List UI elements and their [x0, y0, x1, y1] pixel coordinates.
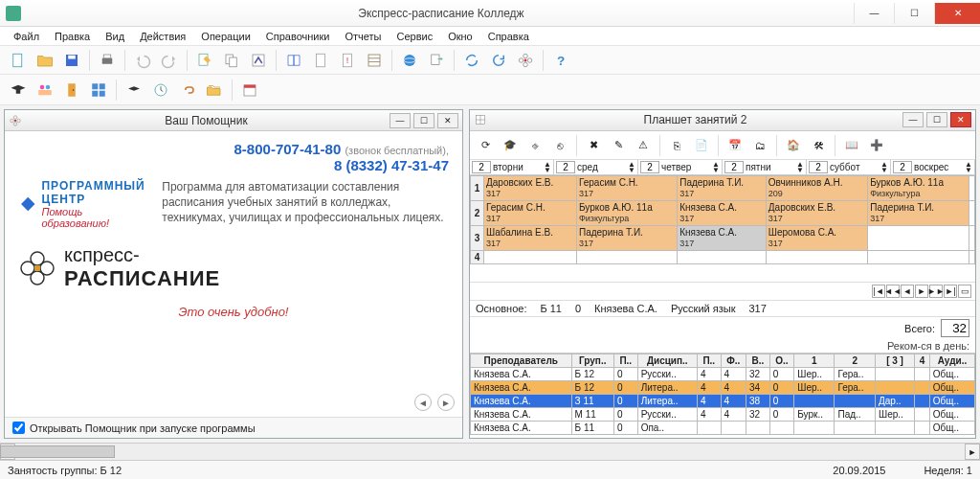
day-count-2[interactable] [640, 161, 659, 173]
table-header[interactable]: Дисцип.. [637, 354, 697, 368]
table-header[interactable]: П.. [613, 354, 637, 368]
edit-icon[interactable] [192, 48, 217, 73]
table-header[interactable]: П.. [697, 354, 721, 368]
table-header[interactable]: Ауди.. [929, 354, 974, 368]
table-header[interactable]: Преподаватель [471, 354, 572, 368]
schedule-cell[interactable] [969, 201, 975, 226]
tools-icon[interactable]: 🛠 [807, 134, 830, 157]
schedule-cell[interactable]: Герасим С.Н.317 [576, 176, 677, 201]
refresh-icon[interactable]: ⟳ [474, 134, 497, 157]
board-close[interactable]: ✕ [950, 112, 971, 127]
day-col-0[interactable]: вторни▲▼ [470, 160, 554, 174]
door-exit-icon[interactable]: ⎆ [523, 134, 546, 157]
schedule-cell[interactable]: Падерина Т.И.317 [576, 226, 677, 251]
table-header[interactable]: В.. [746, 354, 770, 368]
globe-icon[interactable] [397, 48, 422, 73]
home-icon[interactable]: 🏠 [782, 134, 805, 157]
stack-icon[interactable]: 🗂 [748, 134, 771, 157]
undo-icon[interactable] [130, 48, 155, 73]
nav-prev[interactable]: ◄ [901, 285, 914, 298]
window-minimize[interactable]: — [854, 3, 894, 24]
folders-icon[interactable] [202, 78, 227, 103]
schedule-cell[interactable]: Бурков А.Ю. 11аФизкультура [576, 201, 677, 226]
schedule-cell[interactable] [766, 251, 867, 264]
schedule-cell[interactable] [969, 176, 975, 201]
helper-titlebar[interactable]: Ваш Помощник — ☐ ✕ [5, 110, 462, 131]
page-icon[interactable] [308, 48, 333, 73]
helper-maximize[interactable]: ☐ [413, 113, 434, 128]
menu-reports[interactable]: Отчеты [337, 29, 389, 44]
door-icon[interactable] [59, 78, 84, 103]
table-header[interactable]: [ 3 ] [876, 354, 915, 368]
nav-next[interactable]: ► [915, 285, 928, 298]
menu-help[interactable]: Справка [480, 29, 537, 44]
menu-operations[interactable]: Операции [193, 29, 257, 44]
copy-icon[interactable] [219, 48, 244, 73]
table-header[interactable]: Ф.. [721, 354, 746, 368]
copy-doc-icon[interactable]: ⎘ [665, 134, 688, 157]
schedule-grid[interactable]: 1Даровских Е.В.317Герасим С.Н.317Падерин… [470, 175, 975, 282]
export-icon[interactable] [424, 48, 449, 73]
table-header[interactable]: 2 [835, 354, 876, 368]
schedule-cell[interactable]: Бурков А.Ю. 11аФизкультура [868, 176, 969, 201]
day-count-1[interactable] [556, 161, 575, 173]
helper-minimize[interactable]: — [390, 113, 411, 128]
window-close[interactable]: ✕ [934, 3, 980, 24]
schedule-cell[interactable]: Даровских Е.В.317 [484, 176, 577, 201]
users-icon[interactable] [33, 78, 57, 103]
link-icon[interactable] [175, 78, 200, 103]
schedule-cell[interactable] [969, 226, 975, 251]
day-col-4[interactable]: суббот▲▼ [807, 160, 891, 174]
day-col-1[interactable]: сред▲▼ [554, 160, 638, 174]
grad-cap-icon[interactable] [6, 78, 31, 103]
redo-icon[interactable] [157, 48, 182, 73]
schedule-cell[interactable] [969, 251, 975, 264]
bottom-table[interactable]: ПреподавательГруп..П..Дисцип..П..Ф..В..О… [470, 353, 975, 438]
day-count-0[interactable] [472, 161, 491, 173]
schedule-cell[interactable]: Герасим С.Н.317 [484, 201, 577, 226]
book-open-icon[interactable]: 📖 [840, 134, 863, 157]
menu-actions[interactable]: Действия [132, 29, 193, 44]
schedule-cell[interactable]: Князева С.А.317 [678, 201, 767, 226]
nav-prev-page[interactable]: ◄◄ [886, 285, 900, 298]
table-header[interactable]: Груп.. [571, 354, 613, 368]
schedule-cell[interactable] [484, 251, 577, 264]
clock-icon[interactable] [148, 78, 173, 103]
menu-dictionaries[interactable]: Справочники [258, 29, 338, 44]
day-col-3[interactable]: пятни▲▼ [723, 160, 807, 174]
schedule-cell[interactable] [868, 226, 969, 251]
menu-edit[interactable]: Правка [47, 29, 98, 44]
schedule-cell[interactable]: Падерина Т.И.317 [868, 201, 969, 226]
window-maximize[interactable]: ☐ [894, 3, 934, 24]
warn-doc-icon[interactable]: ⚠ [632, 134, 655, 157]
windows-icon[interactable] [86, 78, 111, 103]
schedule-cell[interactable]: Шеромова С.А.317 [766, 226, 867, 251]
nav-first[interactable]: |◄ [872, 285, 885, 298]
helper-next[interactable]: ► [437, 394, 455, 411]
table-row[interactable]: Князева С.А.Б 120Русски..44320Шер..Гера.… [471, 368, 975, 381]
schedule-cell[interactable]: Даровских Е.В.317 [766, 201, 867, 226]
save-icon[interactable] [59, 48, 84, 73]
horizontal-scrollbar[interactable]: ◄ ► [0, 443, 980, 460]
scroll-thumb[interactable] [0, 445, 115, 458]
schedule-cell[interactable]: Падерина Т.И.317 [678, 176, 767, 201]
table-row[interactable]: Князева С.А.М 110Русски..44320Бурк..Пад.… [471, 408, 975, 422]
open-on-start-checkbox[interactable] [12, 422, 25, 434]
total-value[interactable] [941, 319, 969, 337]
table-header[interactable]: О.. [769, 354, 793, 368]
nav-open[interactable]: ▭ [958, 285, 971, 298]
day-count-5[interactable] [893, 161, 912, 173]
alert-icon[interactable]: ! [335, 48, 360, 73]
table-header[interactable]: 1 [794, 354, 835, 368]
table-row[interactable]: Князева С.А.Б 110Опа..Общ.. [471, 422, 975, 435]
print-icon[interactable] [95, 48, 120, 73]
schedule-cell[interactable]: Князева С.А.317 [678, 226, 767, 251]
auto-icon[interactable] [246, 48, 271, 73]
flower-icon[interactable] [513, 48, 538, 73]
sync-icon[interactable] [459, 48, 484, 73]
table-header[interactable]: 4 [915, 354, 930, 368]
help-icon[interactable]: ? [548, 48, 573, 73]
board-minimize[interactable]: — [902, 112, 924, 127]
grad-icon[interactable]: 🎓 [499, 134, 522, 157]
schedule-cell[interactable]: Шабалина Е.В.317 [484, 226, 577, 251]
